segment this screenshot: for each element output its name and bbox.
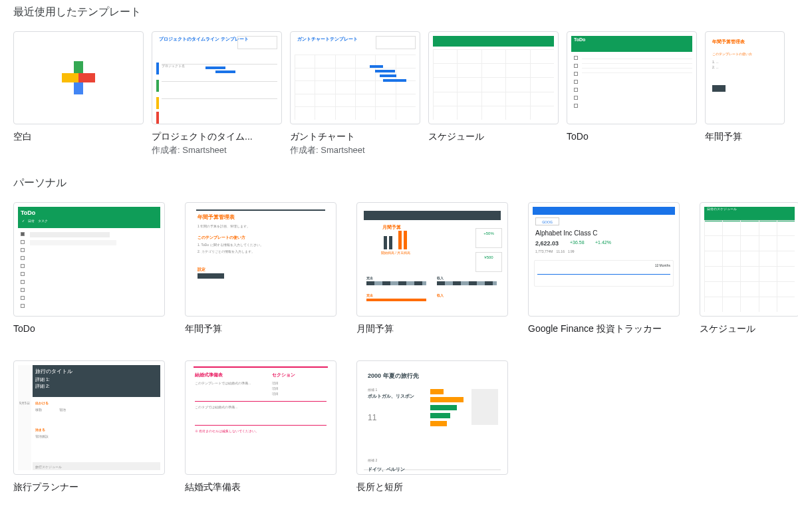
template-thumb: 旅行のタイトル 詳細 1: 詳細 2: 9月5日 出かける 移動 宿泊 泊まる … (13, 360, 165, 475)
thumb-title: 年間予算管理表 (712, 39, 745, 45)
template-pros-cons[interactable]: 2000 年夏の旅行先 候補 1 ポルトガル、リスボン 11 候補 2 ドイツ、… (356, 360, 508, 493)
template-subtitle: 作成者: Smartsheet (152, 144, 282, 156)
stock-name: Alphabet Inc Class C (535, 229, 597, 237)
template-title: Google Finance 投資トラッカー (528, 323, 680, 335)
pros-item-2: ドイツ、ベルリン (368, 466, 405, 473)
thumb-title: 年間予算管理表 (198, 213, 235, 221)
template-thumb: プロジェクトのタイムライン テンプレート プロジェクト名 (152, 31, 282, 124)
section-recent: 最近使用したテンプレート 空白 プロジェクトのタイムライン テンプレート (13, 5, 798, 156)
template-row-personal-1: ToDo ✓ 日付 タスク ToDo 年間予算管理表 (13, 202, 798, 335)
stock-change1: +36.58 (570, 240, 585, 245)
pros-item-1: ポルトガル、リスボン (368, 393, 414, 400)
thumb-title: プロジェクトのタイムライン テンプレート (159, 36, 249, 43)
template-thumb: 月間予算 開始残高 / 月末残高 +50% ¥500 支出 収入 (356, 202, 508, 317)
template-project-timeline[interactable]: プロジェクトのタイムライン テンプレート プロジェクト名 プロジェクトのタイム.… (152, 31, 282, 156)
template-thumb (428, 31, 559, 124)
thumb-col2: セクション (272, 372, 295, 378)
template-thumb: GOOG Alphabet Inc Class C 2,622.03 +36.5… (528, 202, 680, 317)
pros-num: 11 (368, 413, 376, 422)
stock-price: 2,622.03 (535, 240, 559, 247)
template-thumb: ガントチャートテンプレート (290, 31, 420, 124)
stat-amount: ¥500 (484, 255, 493, 259)
template-title: 空白 (13, 131, 144, 143)
thumb-title: ToDo (574, 37, 585, 42)
template-thumb: 年間予算管理表 このテンプレートの使い方 1. ... 2. ... (705, 31, 785, 124)
template-title: 旅行プランナー (13, 481, 165, 493)
section-title-personal: パーソナル (13, 176, 798, 190)
template-title: 長所と短所 (356, 481, 508, 493)
thumb-title: 結婚式準備表 (195, 372, 223, 378)
template-todo[interactable]: ToDo ToDo (567, 31, 697, 156)
template-title: ガントチャート (290, 131, 420, 143)
template-travel-planner[interactable]: 旅行のタイトル 詳細 1: 詳細 2: 9月5日 出かける 移動 宿泊 泊まる … (13, 360, 165, 493)
template-thumb: ToDo (567, 31, 697, 124)
template-subtitle: 作成者: Smartsheet (290, 144, 420, 156)
template-annual-budget-personal[interactable]: 年間予算管理表 1 年間の予算を計画、管理します。 このテンプレートの使い方 1… (185, 202, 336, 335)
template-title: スケジュール (428, 131, 559, 143)
template-thumb: 年間予算管理表 1 年間の予算を計画、管理します。 このテンプレートの使い方 1… (185, 202, 336, 317)
thumb-title: 2000 年夏の旅行先 (368, 372, 419, 380)
template-title: 年間予算 (185, 323, 336, 335)
template-title: プロジェクトのタイム... (152, 131, 282, 143)
template-thumb: 2000 年夏の旅行先 候補 1 ポルトガル、リスボン 11 候補 2 ドイツ、… (356, 360, 508, 475)
template-thumb-blank (13, 31, 144, 124)
section-personal: パーソナル ToDo ✓ 日付 タスク ToDo (13, 176, 798, 493)
template-schedule[interactable]: スケジュール (428, 31, 559, 156)
template-thumb: 日付のスケジュール (700, 202, 798, 317)
template-schedule-personal[interactable]: 日付のスケジュール スケジュール (700, 202, 798, 335)
template-thumb: ToDo ✓ 日付 タスク (13, 202, 165, 317)
template-title: ToDo (13, 323, 165, 334)
template-thumb: 結婚式準備表 セクション このテンプレートでは結婚式の準備... このタブでは結… (185, 360, 336, 475)
template-todo-personal[interactable]: ToDo ✓ 日付 タスク ToDo (13, 202, 165, 335)
template-google-finance[interactable]: GOOG Alphabet Inc Class C 2,622.03 +36.5… (528, 202, 680, 335)
template-title: 結婚式準備表 (185, 481, 336, 493)
template-title: 月間予算 (356, 323, 508, 335)
template-annual-budget[interactable]: 年間予算管理表 このテンプレートの使い方 1. ... 2. ... 年間予算 (705, 31, 785, 156)
template-title: スケジュール (700, 323, 798, 335)
template-title: 年間予算 (705, 131, 785, 143)
thumb-title: ToDo (21, 209, 35, 216)
section-title-recent: 最近使用したテンプレート (13, 5, 798, 19)
template-gantt-chart[interactable]: ガントチャートテンプレート ガントチャート 作成者: Smartsheet (290, 31, 420, 156)
template-blank[interactable]: 空白 (13, 31, 144, 156)
thumb-title: ガントチャートテンプレート (297, 36, 358, 43)
template-row-personal-2: 旅行のタイトル 詳細 1: 詳細 2: 9月5日 出かける 移動 宿泊 泊まる … (13, 360, 798, 493)
plus-icon (62, 61, 95, 94)
thumb-title: 旅行のタイトル (35, 368, 158, 375)
thumb-sub: このテンプレートの使い方 (198, 235, 245, 241)
thumb-header (433, 36, 554, 47)
template-title: ToDo (567, 131, 697, 142)
stat-change-pct: +50% (483, 231, 494, 235)
stock-change2: +1.42% (595, 240, 611, 245)
template-row-recent: 空白 プロジェクトのタイムライン テンプレート プロジェクト名 プロジェクトのタ… (13, 31, 798, 156)
template-wedding[interactable]: 結婚式準備表 セクション このテンプレートでは結婚式の準備... このタブでは結… (185, 360, 336, 493)
template-monthly-budget[interactable]: 月間予算 開始残高 / 月末残高 +50% ¥500 支出 収入 (356, 202, 508, 335)
